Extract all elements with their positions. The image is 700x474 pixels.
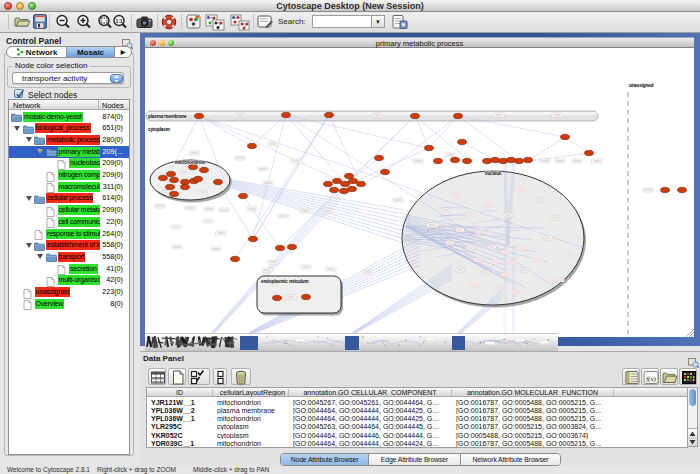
column-header[interactable]: annotation.GO CELLULAR_COMPONENT [289, 389, 452, 396]
tree-row[interactable]: unassigned223(0) [9, 287, 129, 299]
network-node[interactable] [324, 181, 333, 186]
tab-mosaic[interactable]: Mosaic [66, 47, 115, 57]
network-node[interactable] [515, 158, 524, 163]
network-node[interactable] [170, 177, 179, 182]
search-config-icon[interactable] [392, 14, 409, 31]
tree-row[interactable]: nitrogen compo209(0) [9, 170, 129, 182]
network-node[interactable] [463, 158, 472, 163]
network-node[interactable] [325, 112, 334, 117]
select-nodes-checkbox[interactable] [14, 89, 23, 98]
table-row[interactable]: YDR039C__1mitochondrion[GO:0044464, GO:0… [147, 440, 687, 448]
table-row[interactable]: YJR121W__1mitochondrion[GO:0045267, GO:0… [147, 398, 687, 406]
network-node[interactable] [248, 143, 257, 148]
network-node[interactable] [483, 158, 492, 163]
network-node[interactable] [458, 139, 467, 144]
network-node[interactable] [348, 186, 357, 191]
tree-row[interactable]: transport558(0) [9, 251, 129, 263]
tree-row[interactable]: cellular process614(0) [9, 193, 129, 205]
network-node[interactable] [302, 294, 311, 299]
table-row[interactable]: YPL036W__1mitochondrion[GO:0044464, GO:0… [147, 415, 687, 423]
network-overlap-a-icon[interactable] [205, 14, 225, 31]
tree-row[interactable]: macromolecule311(0) [9, 181, 129, 193]
network-node[interactable] [249, 236, 258, 241]
network-node[interactable] [330, 187, 339, 192]
tree-row[interactable]: primary metabo209(... [9, 146, 129, 158]
zoom-out-icon[interactable] [55, 14, 72, 31]
search-input[interactable] [312, 15, 372, 28]
tree-row[interactable]: secretion41(0) [9, 263, 129, 275]
tab-node-attribute-browser[interactable]: Node Attribute Browser [281, 454, 369, 465]
network-node[interactable] [661, 187, 670, 192]
expand-triangle-icon[interactable] [37, 149, 43, 154]
tree-row[interactable]: mosaic-demo-yeast874(0) [9, 111, 129, 123]
network-node[interactable] [288, 244, 297, 249]
tree-row[interactable]: multi-organism pro42(0) [9, 275, 129, 287]
network-node[interactable] [357, 181, 366, 186]
network-node[interactable] [239, 193, 248, 198]
network-node[interactable] [282, 112, 291, 117]
network-node[interactable] [159, 175, 168, 180]
scrollbar-thumb[interactable] [689, 389, 696, 406]
tree-row[interactable]: nucleobase-209(0) [9, 158, 129, 170]
network-node[interactable] [214, 179, 223, 184]
zoom-in-icon[interactable] [76, 14, 93, 31]
tree-row[interactable]: biological_process651(0) [9, 123, 129, 135]
network-node[interactable] [381, 169, 390, 174]
network-node[interactable] [276, 245, 285, 250]
import-attributes-icon[interactable] [660, 368, 678, 385]
tree-row[interactable]: Overview8(0) [9, 298, 129, 310]
column-header[interactable]: annotation.GO MOLECULAR_FUNCTION [452, 389, 614, 396]
column-header[interactable]: ID [147, 389, 213, 396]
network-node[interactable] [434, 158, 443, 163]
zoom-actual-icon[interactable]: 1:1 [112, 14, 129, 31]
expand-triangle-icon[interactable] [26, 196, 32, 201]
network-node[interactable] [454, 113, 463, 118]
network-canvas[interactable]: plasma membranecytoplasmmitochondrionnuc… [145, 48, 694, 337]
expand-triangle-icon[interactable] [26, 137, 32, 142]
new-attribute-icon[interactable] [168, 368, 186, 385]
tree-row[interactable]: establishment of lo558(0) [9, 240, 129, 252]
float-panel-icon[interactable] [122, 35, 133, 45]
annotation-icon[interactable] [257, 14, 274, 31]
network-overlap-b-icon[interactable] [230, 14, 250, 31]
help-lifering-icon[interactable] [161, 14, 178, 31]
network-node[interactable] [491, 157, 500, 162]
attribute-table-scrollbar[interactable] [688, 387, 698, 447]
expand-triangle-icon[interactable] [26, 243, 32, 248]
network-node[interactable] [524, 157, 533, 162]
vizmapper-icon[interactable] [186, 14, 203, 31]
attribute-grid-icon[interactable] [148, 368, 166, 385]
tree-row[interactable]: cellular metabo209(0) [9, 205, 129, 217]
network-node[interactable] [425, 145, 434, 150]
network-node[interactable] [200, 167, 209, 172]
network-node[interactable] [411, 113, 420, 118]
network-node[interactable] [349, 178, 358, 183]
tab-network[interactable]: Network [7, 47, 66, 57]
data-panel-float-icon[interactable] [688, 354, 699, 364]
network-node[interactable] [181, 179, 190, 184]
tab-overflow-button[interactable]: ▶ [115, 47, 131, 57]
column-header[interactable]: _cellularLayoutRegion [213, 389, 289, 396]
network-node[interactable] [585, 150, 594, 155]
network-node[interactable] [195, 113, 204, 118]
network-node[interactable] [375, 155, 384, 160]
network-node[interactable] [170, 191, 179, 196]
tab-edge-attribute-browser[interactable]: Edge Attribute Browser [369, 454, 461, 465]
save-icon[interactable] [33, 14, 50, 31]
network-node[interactable] [499, 158, 508, 163]
network-node[interactable] [678, 187, 687, 192]
table-row[interactable]: YPL036W__2plasma membrane[GO:0044464, GO… [147, 406, 687, 414]
formula-icon[interactable]: f(x) [641, 368, 659, 385]
network-node[interactable] [561, 134, 570, 139]
network-node[interactable] [167, 171, 176, 176]
node-color-dropdown[interactable]: transporter activity [12, 72, 124, 84]
network-node[interactable] [341, 181, 350, 186]
tree-row[interactable]: metabolic process280(0) [9, 134, 129, 146]
unselect-attributes-icon[interactable] [213, 368, 227, 385]
snapshot-camera-icon[interactable] [136, 14, 153, 31]
search-dropdown-button[interactable]: ▼ [372, 15, 385, 28]
network-node[interactable] [345, 173, 354, 178]
scrollbar-arrows[interactable] [688, 428, 697, 446]
tree-row[interactable]: response to stimul264(0) [9, 228, 129, 240]
expand-triangle-icon[interactable] [37, 254, 43, 259]
